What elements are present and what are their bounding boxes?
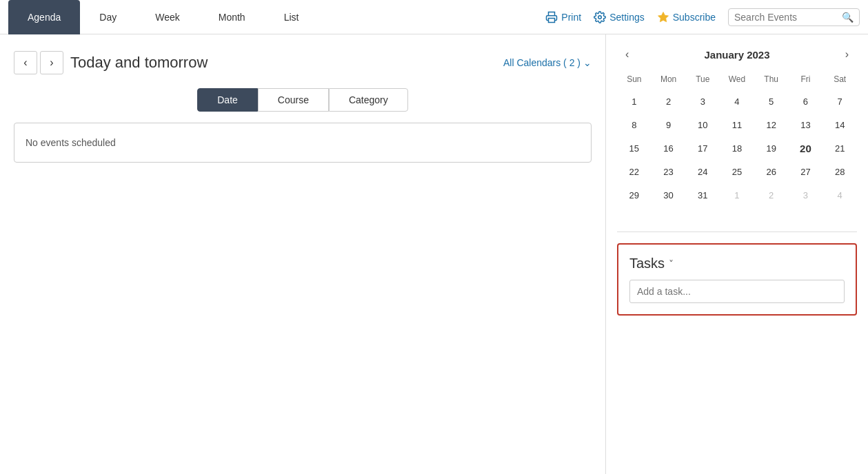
calendar-week: 15161718192021 bbox=[617, 136, 857, 160]
tab-month[interactable]: Month bbox=[199, 0, 265, 34]
view-tab-category[interactable]: Category bbox=[329, 88, 408, 112]
calendar-body: 1234567891011121314151617181920212223242… bbox=[617, 90, 857, 207]
day-header-wed: Wed bbox=[720, 72, 754, 87]
add-task-input[interactable] bbox=[629, 280, 845, 303]
calendar-day[interactable]: 12 bbox=[760, 114, 783, 136]
search-icon[interactable]: 🔍 bbox=[842, 12, 854, 23]
day-header-fri: Fri bbox=[789, 72, 823, 87]
tasks-chevron-icon[interactable]: ˅ bbox=[669, 258, 674, 269]
print-icon bbox=[545, 11, 558, 23]
calendar-day[interactable]: 3 bbox=[692, 90, 714, 112]
calendar-day[interactable]: 29 bbox=[623, 184, 645, 206]
tab-day[interactable]: Day bbox=[80, 0, 136, 34]
settings-button[interactable]: Settings bbox=[594, 11, 645, 23]
calendar-day[interactable]: 30 bbox=[658, 184, 680, 206]
mini-calendar-title: January 2023 bbox=[634, 49, 839, 61]
gear-icon bbox=[594, 11, 606, 23]
calendar-day[interactable]: 25 bbox=[726, 161, 748, 183]
calendar-week: 22232425262728 bbox=[617, 160, 857, 183]
day-headers: Sun Mon Tue Wed Thu Fri Sat bbox=[617, 72, 857, 87]
calendar-day[interactable]: 28 bbox=[829, 161, 851, 183]
calendar-day[interactable]: 6 bbox=[794, 90, 816, 112]
main-layout: ‹ › Today and tomorrow All Calendars ( 2… bbox=[0, 34, 868, 474]
day-header-tue: Tue bbox=[685, 72, 720, 87]
calendar-day[interactable]: 26 bbox=[760, 161, 783, 183]
calendar-day[interactable]: 4 bbox=[726, 90, 748, 112]
day-header-sun: Sun bbox=[617, 72, 652, 87]
tab-agenda[interactable]: Agenda bbox=[8, 0, 80, 34]
top-navigation: Agenda Day Week Month List Print Setting… bbox=[0, 0, 868, 34]
calendar-divider bbox=[617, 231, 857, 232]
svg-rect-0 bbox=[549, 18, 555, 22]
calendar-day[interactable]: 5 bbox=[760, 90, 783, 112]
calendar-day[interactable]: 3 bbox=[794, 184, 816, 206]
right-panel: ‹ January 2023 › Sun Mon Tue Wed Thu Fri… bbox=[606, 34, 868, 474]
calendar-day[interactable]: 1 bbox=[726, 184, 748, 206]
calendar-day[interactable]: 8 bbox=[623, 114, 645, 136]
mini-cal-prev[interactable]: ‹ bbox=[620, 45, 634, 63]
calendar-day[interactable]: 22 bbox=[623, 161, 645, 183]
calendar-day[interactable]: 16 bbox=[658, 137, 680, 159]
day-header-sat: Sat bbox=[822, 72, 857, 87]
tab-week[interactable]: Week bbox=[136, 0, 199, 34]
calendar-week: 891011121314 bbox=[617, 113, 857, 136]
view-tabs: Agenda Day Week Month List bbox=[8, 0, 318, 34]
calendar-day[interactable]: 1 bbox=[623, 90, 645, 112]
search-input[interactable] bbox=[734, 12, 838, 23]
prev-date-button[interactable]: ‹ bbox=[14, 51, 37, 74]
tasks-title: Tasks bbox=[629, 256, 665, 271]
star-icon bbox=[657, 11, 669, 23]
svg-point-1 bbox=[598, 15, 602, 19]
top-actions: Print Settings Subscribe 🔍 bbox=[545, 8, 860, 26]
agenda-panel: ‹ › Today and tomorrow All Calendars ( 2… bbox=[0, 34, 606, 474]
calendar-day[interactable]: 21 bbox=[829, 137, 851, 159]
view-tab-date[interactable]: Date bbox=[197, 88, 258, 112]
no-events-message: No events scheduled bbox=[14, 123, 592, 163]
mini-calendar: ‹ January 2023 › Sun Mon Tue Wed Thu Fri… bbox=[617, 45, 857, 207]
search-box: 🔍 bbox=[728, 8, 860, 26]
calendar-day[interactable]: 20 bbox=[794, 137, 816, 159]
calendar-day[interactable]: 27 bbox=[794, 161, 816, 183]
agenda-header: ‹ › Today and tomorrow All Calendars ( 2… bbox=[14, 51, 592, 74]
mini-cal-next[interactable]: › bbox=[840, 45, 854, 63]
calendar-day[interactable]: 18 bbox=[726, 137, 748, 159]
calendar-day[interactable]: 9 bbox=[658, 114, 680, 136]
calendar-day[interactable]: 31 bbox=[692, 184, 714, 206]
calendar-day[interactable]: 17 bbox=[692, 137, 714, 159]
calendar-week: 1234567 bbox=[617, 90, 857, 113]
calendar-day[interactable]: 14 bbox=[829, 114, 851, 136]
print-button[interactable]: Print bbox=[545, 11, 581, 23]
calendar-day[interactable]: 10 bbox=[692, 114, 714, 136]
calendar-day[interactable]: 19 bbox=[760, 137, 783, 159]
mini-calendar-grid: Sun Mon Tue Wed Thu Fri Sat 123456789101… bbox=[617, 72, 857, 207]
tab-list[interactable]: List bbox=[265, 0, 319, 34]
subscribe-button[interactable]: Subscribe bbox=[657, 11, 716, 23]
date-navigation: ‹ › bbox=[14, 51, 63, 74]
agenda-title: Today and tomorrow bbox=[70, 54, 496, 72]
calendar-day[interactable]: 23 bbox=[658, 161, 680, 183]
next-date-button[interactable]: › bbox=[40, 51, 63, 74]
calendar-day[interactable]: 2 bbox=[658, 90, 680, 112]
calendars-filter[interactable]: All Calendars ( 2 ) ⌄ bbox=[503, 57, 592, 68]
calendar-day[interactable]: 2 bbox=[760, 184, 783, 206]
tasks-section: Tasks ˅ bbox=[617, 243, 857, 316]
day-header-thu: Thu bbox=[754, 72, 789, 87]
calendar-day[interactable]: 24 bbox=[692, 161, 714, 183]
calendar-day[interactable]: 11 bbox=[726, 114, 748, 136]
day-header-mon: Mon bbox=[652, 72, 686, 87]
calendar-day[interactable]: 15 bbox=[623, 137, 645, 159]
view-tab-course[interactable]: Course bbox=[258, 88, 329, 112]
calendar-day[interactable]: 7 bbox=[829, 90, 851, 112]
calendar-week: 2930311234 bbox=[617, 183, 857, 207]
mini-calendar-header: ‹ January 2023 › bbox=[617, 45, 857, 63]
calendar-day[interactable]: 4 bbox=[829, 184, 851, 206]
calendar-day[interactable]: 13 bbox=[794, 114, 816, 136]
tasks-header: Tasks ˅ bbox=[629, 256, 845, 271]
event-view-tabs: Date Course Category bbox=[14, 88, 592, 112]
svg-marker-2 bbox=[658, 12, 668, 21]
